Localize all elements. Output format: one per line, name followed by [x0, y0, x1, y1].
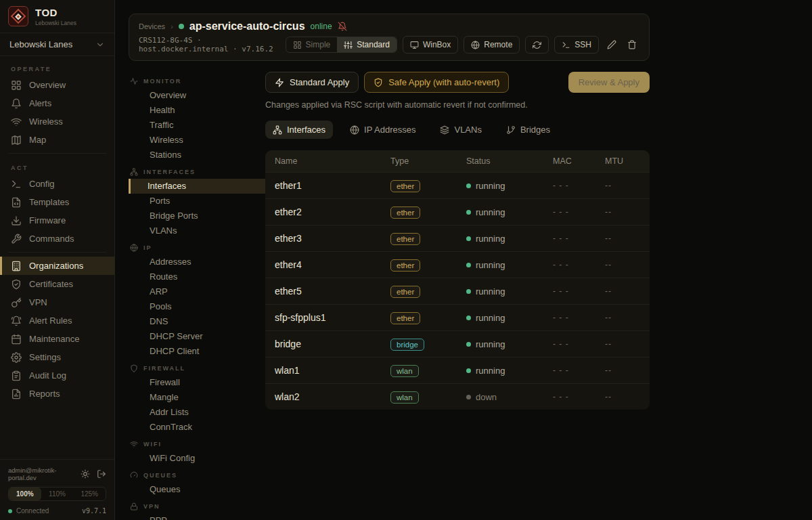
table-row-ether3[interactable]: ether3etherrunning- - ---	[265, 225, 650, 251]
zoom-option-110[interactable]: 110%	[41, 488, 74, 500]
sidebar-item-alert-rules[interactable]: Alert Rules	[0, 311, 114, 330]
table-row-ether2[interactable]: ether2etherrunning- - ---	[265, 198, 650, 225]
sidebar-item-firmware[interactable]: Firmware	[0, 211, 114, 230]
subnav-item-interfaces[interactable]: Interfaces	[129, 179, 265, 194]
sidebar-item-map[interactable]: Map	[0, 131, 114, 149]
grid-icon	[11, 80, 22, 91]
sidebar-item-overview[interactable]: Overview	[0, 76, 114, 94]
subnav-item-dhcp-client[interactable]: DHCP Client	[129, 344, 265, 359]
zoom-option-100[interactable]: 100%	[9, 488, 41, 500]
ssh-button[interactable]: SSH	[554, 36, 599, 53]
tab-vlans[interactable]: VLANs	[432, 121, 489, 139]
standard-apply-button[interactable]: Standard Apply	[265, 72, 359, 93]
sidebar-item-vpn[interactable]: VPN	[0, 293, 114, 311]
subnav-item-overview[interactable]: Overview	[129, 88, 265, 103]
winbox-button[interactable]: WinBox	[403, 36, 458, 53]
subnav-item-ppp[interactable]: PPP	[129, 513, 265, 520]
remote-button[interactable]: Remote	[464, 36, 520, 53]
mode-simple-button[interactable]: Simple	[286, 37, 338, 52]
subnav-item-stations[interactable]: Stations	[129, 148, 265, 162]
device-header-card: Devices › ap-service-auto-circus online …	[129, 14, 650, 61]
cell-name: wlan1	[275, 365, 390, 376]
status-dot	[466, 316, 471, 320]
subnav-item-routes[interactable]: Routes	[129, 269, 265, 284]
cell-mtu: --	[605, 286, 640, 296]
subnav-item-firewall[interactable]: Firewall	[129, 375, 265, 390]
cell-type: ether	[390, 285, 466, 298]
table-row-ether1[interactable]: ether1etherrunning- - ---	[265, 172, 650, 198]
table-row-ether5[interactable]: ether5etherrunning- - ---	[265, 278, 650, 304]
sidebar-item-commands[interactable]: Commands	[0, 230, 114, 248]
download-icon	[11, 215, 22, 226]
sidebar-item-templates[interactable]: Templates	[0, 193, 114, 211]
tab-bar: InterfacesIP AddressesVLANsBridges	[265, 121, 650, 139]
sidebar-item-certificates[interactable]: Certificates	[0, 275, 114, 293]
safe-apply-button[interactable]: Safe Apply (with auto-revert)	[364, 72, 509, 93]
delete-device-button[interactable]	[625, 36, 639, 53]
sidebar-item-organizations[interactable]: Organizations	[0, 257, 114, 275]
subnav-item-wifi-config[interactable]: WiFi Config	[129, 451, 265, 466]
tab-ip-addresses[interactable]: IP Addresses	[342, 121, 423, 139]
sidebar-item-label: Wireless	[29, 116, 63, 127]
cell-status: running	[466, 234, 553, 244]
edit-device-button[interactable]	[604, 36, 619, 53]
subnav-group-queues: QUEUES	[129, 466, 265, 482]
layers-icon	[440, 125, 449, 135]
subnav-item-wireless[interactable]: Wireless	[129, 133, 265, 148]
logout-icon[interactable]	[97, 469, 106, 479]
subnav-item-mangle[interactable]: Mangle	[129, 390, 265, 405]
cell-type: ether	[390, 311, 466, 324]
subnav-item-traffic[interactable]: Traffic	[129, 118, 265, 133]
review-apply-button[interactable]: Review & Apply	[568, 72, 650, 93]
sidebar-item-wireless[interactable]: Wireless	[0, 112, 114, 131]
cell-type: ether	[390, 179, 466, 192]
lock-icon	[130, 502, 138, 511]
table-row-wlan1[interactable]: wlan1wlanrunning- - ---	[265, 357, 650, 383]
type-badge: wlan	[390, 391, 419, 404]
wifi-icon	[11, 116, 22, 127]
zoom-option-125[interactable]: 125%	[73, 488, 106, 500]
network-icon	[130, 168, 138, 176]
theme-toggle-icon[interactable]	[81, 469, 90, 479]
subnav-group-label: INTERFACES	[143, 169, 196, 175]
subnav-item-arp[interactable]: ARP	[129, 284, 265, 299]
subnav-item-dns[interactable]: DNS	[129, 314, 265, 329]
tab-interfaces[interactable]: Interfaces	[265, 121, 333, 139]
subnav-item-dhcp-server[interactable]: DHCP Server	[129, 329, 265, 344]
key-icon	[11, 297, 22, 308]
sidebar-item-maintenance[interactable]: Maintenance	[0, 330, 114, 348]
sidebar-section-label: ACT	[0, 158, 114, 175]
sidebar-item-label: Overview	[29, 80, 66, 90]
cell-status: running	[466, 181, 553, 191]
cell-mac: - - -	[553, 339, 605, 349]
sidebar-item-label: Templates	[29, 197, 69, 207]
subnav-item-addresses[interactable]: Addresses	[129, 255, 265, 269]
table-row-bridge[interactable]: bridgebridgerunning- - ---	[265, 330, 650, 357]
subnav-item-health[interactable]: Health	[129, 103, 265, 118]
refresh-button[interactable]	[525, 36, 549, 53]
subnav-item-pools[interactable]: Pools	[129, 299, 265, 314]
sidebar-item-settings[interactable]: Settings	[0, 348, 114, 366]
bell-off-icon[interactable]	[338, 22, 347, 31]
breadcrumb-devices-link[interactable]: Devices	[139, 22, 165, 30]
terminal-icon	[11, 179, 22, 190]
table-row-wlan2[interactable]: wlan2wlandown- - ---	[265, 383, 650, 410]
subnav-item-ports[interactable]: Ports	[129, 194, 265, 209]
table-row-ether4[interactable]: ether4etherrunning- - ---	[265, 251, 650, 278]
subnav-item-conntrack[interactable]: ConnTrack	[129, 420, 265, 435]
tab-bridges[interactable]: Bridges	[499, 121, 558, 139]
mode-standard-label: Standard	[357, 40, 390, 49]
org-selector[interactable]: Lebowski Lanes	[0, 33, 114, 56]
subnav-item-queues[interactable]: Queues	[129, 482, 265, 497]
table-row-sfp-sfpplus1[interactable]: sfp-sfpplus1etherrunning- - ---	[265, 304, 650, 330]
sidebar-item-alerts[interactable]: Alerts	[0, 94, 114, 112]
sidebar-item-config[interactable]: Config	[0, 175, 114, 193]
sidebar-item-audit-log[interactable]: Audit Log	[0, 366, 114, 385]
subnav-item-addr-lists[interactable]: Addr Lists	[129, 405, 265, 420]
type-badge: ether	[390, 286, 420, 298]
subnav-item-bridge-ports[interactable]: Bridge Ports	[129, 209, 265, 223]
sidebar-item-reports[interactable]: Reports	[0, 385, 114, 403]
mode-standard-button[interactable]: Standard	[337, 37, 397, 52]
apply-caption: Changes applied via RSC script with auto…	[265, 100, 650, 110]
subnav-item-vlans[interactable]: VLANs	[129, 223, 265, 238]
